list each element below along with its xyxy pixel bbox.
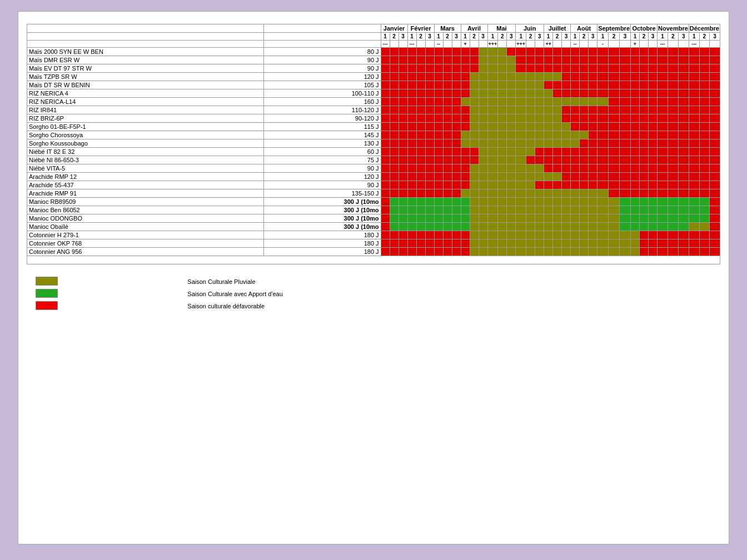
calendar-cell (553, 173, 562, 181)
crop-name: Niébé VITA-5 (27, 164, 264, 173)
calendar-cell (425, 56, 434, 64)
calendar-cell (689, 48, 699, 56)
calendar-cell (399, 81, 407, 89)
calendar-cell (416, 206, 425, 214)
table-row: Manioc ODONGBO300 J (10mo (27, 214, 720, 223)
calendar-cell (461, 64, 470, 73)
calendar-cell (416, 173, 425, 181)
decade-cell-20: 3 (562, 33, 571, 41)
table-row: Maïs DT SR W BENIN105 J (27, 81, 720, 89)
calendar-cell (589, 89, 597, 98)
calendar-cell (571, 64, 580, 73)
decade-cell-10: 2 (470, 33, 479, 41)
decade-cell-15: 1 (516, 33, 526, 41)
calendar-cell (678, 131, 689, 139)
calendar-cell (678, 56, 689, 64)
calendar-cell (452, 248, 461, 256)
calendar-cell (689, 231, 699, 239)
legend-color-cell (32, 300, 184, 312)
calendar-cell (640, 239, 649, 248)
calendar-cell (425, 173, 434, 181)
calendar-cell (470, 64, 479, 73)
calendar-cell (443, 106, 452, 114)
calendar-cell (553, 48, 562, 56)
calendar-cell (487, 214, 498, 223)
header-months-row: JanvierFévrierMarsAvrilMaiJuinJuilletAoû… (27, 24, 720, 33)
calendar-cell (553, 89, 562, 98)
calendar-cell (425, 248, 434, 256)
calendar-cell (699, 73, 710, 81)
calendar-cell (516, 64, 526, 73)
calendar-cell (390, 48, 399, 56)
calendar-cell (461, 98, 470, 106)
calendar-cell (597, 164, 609, 173)
calendar-cell (649, 73, 658, 81)
calendar-cell (562, 198, 571, 206)
calendar-cell (390, 64, 399, 73)
calendar-cell (640, 164, 649, 173)
calendar-cell (452, 181, 461, 189)
calendar-cell (710, 214, 720, 223)
calendar-cell (580, 73, 589, 81)
calendar-cell (399, 206, 407, 214)
month-header-novembre: Novembre (658, 24, 689, 33)
calendar-cell (461, 156, 470, 164)
calendar-cell (620, 123, 631, 131)
calendar-cell (597, 223, 609, 231)
calendar-cell (699, 106, 710, 114)
crop-cycle: 300 J (10mo (264, 223, 381, 231)
calendar-cell (526, 81, 535, 89)
calendar-cell (678, 181, 689, 189)
calendar-cell (425, 89, 434, 98)
calendar-cell (535, 64, 544, 73)
calendar-cell (452, 156, 461, 164)
calendar-cell (597, 148, 609, 156)
calendar-cell (609, 98, 620, 106)
calendar-cell (620, 173, 631, 181)
calendar-cell (668, 181, 678, 189)
calendar-cell (470, 106, 479, 114)
calendar-cell (553, 123, 562, 131)
calendar-cell (658, 164, 668, 173)
calendar-cell (678, 239, 689, 248)
month-header-octobre: Octobre (631, 24, 658, 33)
calendar-cell (589, 173, 597, 181)
calendar-cell (516, 131, 526, 139)
calendar-cell (699, 139, 710, 148)
calendar-cell (507, 106, 516, 114)
calendar-cell (640, 123, 649, 131)
crop-name: Manioc RB89509 (27, 198, 264, 206)
calendar-cell (526, 114, 535, 123)
calendar-cell (443, 198, 452, 206)
calendar-cell (668, 248, 678, 256)
calendar-cell (580, 98, 589, 106)
calendar-cell (649, 106, 658, 114)
calendar-cell (640, 231, 649, 239)
calendar-cell (562, 73, 571, 81)
calendar-cell (487, 56, 498, 64)
calendar-cell (443, 98, 452, 106)
crop-cycle: 115 J (264, 123, 381, 131)
calendar-cell (609, 114, 620, 123)
decade-cell-24: 1 (597, 33, 609, 41)
crop-name: Maïs 2000 SYN EE W BEN (27, 48, 264, 56)
calendar-cell (689, 214, 699, 223)
calendar-cell (498, 189, 507, 198)
calendar-cell (461, 239, 470, 248)
calendar-cell (434, 148, 443, 156)
calendar-cell (535, 148, 544, 156)
calendar-cell (498, 114, 507, 123)
calendar-cell (526, 164, 535, 173)
calendar-cell (498, 248, 507, 256)
calendar-cell (544, 123, 553, 131)
table-row: Sorgho Koussoubago130 J (27, 139, 720, 148)
calendar-cell (571, 206, 580, 214)
calendar-cell (479, 89, 487, 98)
calendar-cell (535, 214, 544, 223)
calendar-cell (498, 173, 507, 181)
calendar-cell (479, 56, 487, 64)
calendar-cell (580, 173, 589, 181)
calendar-cell (535, 181, 544, 189)
calendar-cell (470, 81, 479, 89)
calendar-cell (434, 231, 443, 239)
